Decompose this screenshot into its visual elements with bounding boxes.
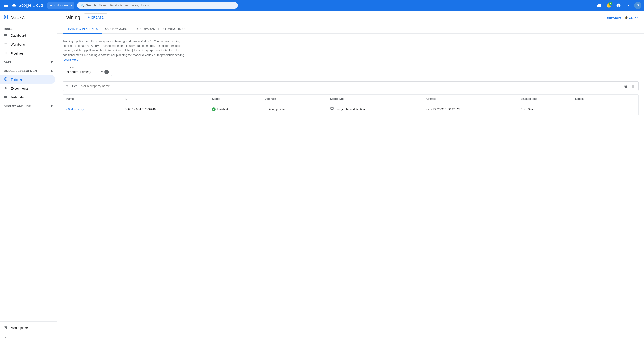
model-dev-section-label: MODEL DEVELOPMENT [4,69,39,73]
status-text: Finished [217,107,228,111]
col-id: ID [122,95,209,103]
learn-button[interactable]: 🎓 LEARN [624,16,639,19]
region-help-icon[interactable]: ? [104,70,109,74]
model-type-text: Image object detection [336,107,365,111]
svg-point-1 [5,78,6,80]
col-labels: Labels [572,95,608,103]
more-options-icon[interactable]: ⋮ [624,1,632,10]
sidebar-header: Vertex AI [0,11,57,24]
sidebar: Vertex AI TOOLS Dashboard Workbench Pipe… [0,11,57,342]
tabs: TRAINING PIPELINES CUSTOM JOBS HYPERPARA… [57,25,644,34]
project-selector-icon: ✦ [50,3,52,8]
pipelines-icon [4,51,8,56]
sidebar-item-label-workbench: Workbench [11,43,26,46]
refresh-button[interactable]: ↻ REFRESH [604,16,621,19]
sidebar-item-dashboard[interactable]: Dashboard [0,31,55,40]
deploy-section[interactable]: DEPLOY AND USE ▼ [0,102,57,110]
search-bar[interactable]: 🔍 Search [77,2,238,9]
learn-more-link[interactable]: Learn More [64,58,78,61]
row-elapsed: 2 hr 18 min [517,103,572,115]
experiments-icon [4,86,8,91]
top-nav: Google Cloud ✦ Histogramo ▾ 🔍 Search 🔔 1… [0,0,644,11]
cloud-logo-icon [12,3,16,8]
tab-label-custom-jobs: CUSTOM JOBS [105,27,127,31]
collapse-sidebar-button[interactable]: ◁ [0,332,57,340]
workbench-icon [4,42,8,47]
row-name-link[interactable]: d6_dice_edge [66,107,85,111]
notification-badge: 1 [609,2,612,5]
tab-label-hyperparameter: HYPERPARAMETER TUNING JOBS [134,27,186,31]
row-id: 3563755504767336448 [122,103,209,115]
row-more: ⋮ [608,103,638,115]
sidebar-item-metadata[interactable]: Metadata [0,93,55,102]
row-name: d6_dice_edge [63,103,122,115]
learn-icon: 🎓 [624,16,628,19]
create-plus-icon: + [88,16,90,20]
region-label: Region [65,66,74,69]
create-label: CREATE [91,16,104,19]
tab-custom-jobs[interactable]: CUSTOM JOBS [102,25,131,34]
layout: Vertex AI TOOLS Dashboard Workbench Pipe… [0,11,644,342]
region-select-wrapper[interactable]: us-central1 (Iowa)us-east1us-west1europe… [62,68,112,76]
filter-actions [623,84,636,89]
sidebar-item-label-metadata: Metadata [11,96,24,99]
description-body: Training pipelines are the primary model… [62,39,185,57]
sidebar-item-workbench[interactable]: Workbench [0,40,55,49]
sidebar-app-title: Vertex AI [11,16,26,20]
search-input[interactable] [98,4,234,7]
tools-section-label: TOOLS [0,24,57,31]
region-dropdown-icon: ▾ [101,70,103,74]
data-section[interactable]: DATA ▼ [0,58,57,67]
sidebar-item-marketplace[interactable]: Marketplace [0,323,55,332]
tab-training-pipelines[interactable]: TRAINING PIPELINES [62,25,102,34]
vertex-ai-icon [4,14,9,21]
refresh-icon: ↻ [604,16,606,19]
model-dev-chevron-icon: ▲ [50,69,54,73]
avatar[interactable]: G [634,2,641,9]
sidebar-item-label-marketplace: Marketplace [11,326,28,330]
project-selector[interactable]: ✦ Histogramo ▾ [48,3,74,9]
notification-icon[interactable]: 🔔 1 [605,1,613,10]
filter-icon [66,84,69,88]
col-name: Name [63,95,122,103]
project-chevron-icon: ▾ [70,4,72,7]
col-actions [608,95,638,103]
row-created: Sep 18, 2022, 1:38:12 PM [423,103,517,115]
table-header: Name ID Status Job type Model type Creat… [63,95,638,103]
filter-input[interactable] [79,84,622,88]
dashboard-icon [4,33,8,38]
tab-hyperparameter[interactable]: HYPERPARAMETER TUNING JOBS [131,25,189,34]
sidebar-item-pipelines[interactable]: Pipelines [0,49,55,58]
sidebar-item-experiments[interactable]: Experiments [0,84,55,93]
sidebar-item-training[interactable]: Training [0,75,55,84]
marketplace-icon [4,326,8,330]
page-title: Training [62,15,80,20]
table-body: d6_dice_edge 3563755504767336448 ✓ Finis… [63,103,638,115]
col-model-type: Model type [327,95,423,103]
main-header: Training + CREATE ↻ REFRESH 🎓 LEARN [57,11,644,25]
row-more-button[interactable]: ⋮ [611,106,618,112]
avatar-initial: G [636,4,639,7]
region-dropdown[interactable]: us-central1 (Iowa)us-east1us-west1europe… [66,70,99,74]
data-section-label: DATA [4,61,12,64]
google-cloud-brand: Google Cloud [12,3,43,8]
model-dev-section[interactable]: MODEL DEVELOPMENT ▲ [0,67,57,75]
tab-label-training-pipelines: TRAINING PIPELINES [66,27,98,31]
brand-name: Google Cloud [18,3,43,8]
metadata-icon [4,95,8,100]
column-toggle-icon[interactable] [630,84,636,89]
region-selector: Region us-central1 (Iowa)us-east1us-west… [62,68,112,76]
main-header-right: ↻ REFRESH 🎓 LEARN [604,16,639,19]
filter-help-icon[interactable] [623,84,628,89]
help-icon[interactable] [614,1,622,10]
hamburger-menu[interactable] [3,3,9,8]
support-icon[interactable] [595,1,603,10]
main-header-left: Training + CREATE [62,14,107,22]
deploy-chevron-icon: ▼ [50,104,54,108]
create-button[interactable]: + CREATE [84,14,107,22]
row-labels: — [572,103,608,115]
project-name: Histogramo [54,4,70,7]
sidebar-item-label-pipelines: Pipelines [11,52,24,55]
main-content: Training + CREATE ↻ REFRESH 🎓 LEARN [57,11,644,342]
svg-rect-2 [331,107,334,109]
